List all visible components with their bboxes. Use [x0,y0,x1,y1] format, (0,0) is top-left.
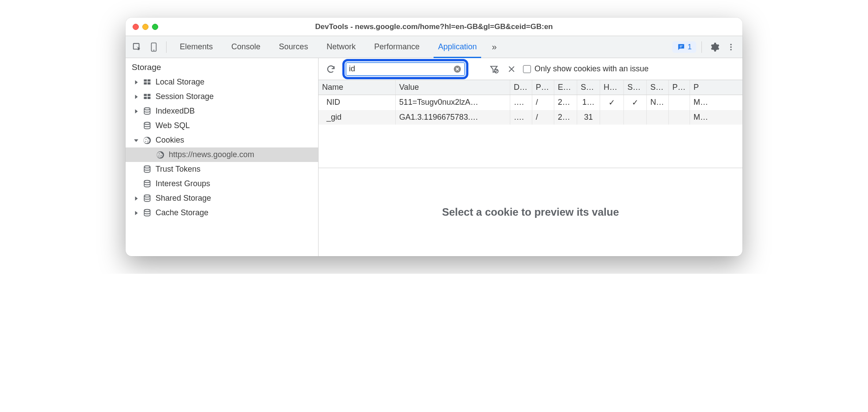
refresh-button[interactable] [325,63,337,75]
cell-secure [624,110,647,125]
refresh-icon [326,64,336,74]
col-samesite[interactable]: S… [647,80,669,95]
sidebar-item-trust-tokens[interactable]: Trust Tokens [126,162,318,177]
sidebar-item-label: Shared Storage [156,194,211,203]
table-row[interactable]: NID511=Tsugv0nux2lzA……./2…1…✓✓N…M… [319,95,742,110]
sidebar-item-label: Trust Tokens [156,165,200,174]
svg-point-5 [730,44,731,45]
cookies-toolbar: Only show cookies with an issue [319,58,742,80]
col-domain[interactable]: D… [510,80,532,95]
svg-point-27 [144,180,150,182]
sidebar: Storage Local StorageSession StorageInde… [126,58,319,256]
svg-point-6 [730,46,731,48]
sidebar-item-label: Session Storage [156,92,214,101]
col-priority[interactable]: P [690,80,712,95]
cell-httponly [600,110,624,125]
clear-icon [453,65,462,74]
more-menu-button[interactable] [724,40,738,54]
cell-name: _gid [319,110,396,125]
titlebar: DevTools - news.google.com/home?hl=en-GB… [126,18,742,36]
sidebar-item-label: Cookies [156,136,184,145]
maximize-window-button[interactable] [152,24,158,30]
filter-input[interactable] [349,64,453,74]
col-size[interactable]: S… [577,80,600,95]
sidebar-item-interest-groups[interactable]: Interest Groups [126,177,318,191]
filter-highlight [342,59,468,79]
col-name[interactable]: Name [319,80,396,95]
svg-rect-10 [144,82,147,85]
minimize-window-button[interactable] [142,24,148,30]
cookie-preview-empty: Select a cookie to preview its value [319,168,742,256]
only-issues-label: Only show cookies with an issue [534,64,649,74]
svg-point-24 [161,155,162,156]
tab-application[interactable]: Application [430,36,485,58]
inspect-element-icon[interactable] [130,40,144,54]
svg-point-16 [144,107,150,110]
content: Storage Local StorageSession StorageInde… [126,58,742,256]
tab-performance[interactable]: Performance [366,36,427,58]
clear-filter-button[interactable] [453,65,462,74]
close-window-button[interactable] [133,24,139,30]
cell-priority: M… [690,95,712,110]
sidebar-item-web-sql[interactable]: Web SQL [126,118,318,133]
devtools-window: DevTools - news.google.com/home?hl=en-GB… [126,18,742,256]
only-issues-checkbox[interactable]: Only show cookies with an issue [523,64,649,74]
svg-rect-9 [148,79,151,81]
cell-priority: M… [690,110,712,125]
sidebar-item-https-news-google-com[interactable]: https://news.google.com [126,147,318,162]
col-httponly[interactable]: H… [600,80,624,95]
cookies-panel: Only show cookies with an issue Name Val… [319,58,742,256]
sidebar-item-shared-storage[interactable]: Shared Storage [126,191,318,206]
sidebar-item-cache-storage[interactable]: Cache Storage [126,206,318,220]
cell-size: 1… [577,95,600,110]
table-header-row: Name Value D… P… E… S… H… S… S… P… P [319,80,742,95]
cell-samesite: N… [647,95,669,110]
filter-box [346,63,465,76]
tab-console[interactable]: Console [223,36,268,58]
svg-point-29 [144,209,150,211]
svg-point-21 [147,142,148,143]
svg-rect-14 [144,97,147,99]
col-path[interactable]: P… [532,80,554,95]
table-row[interactable]: _gidGA1.3.1196675783.……./2…31M… [319,110,742,125]
sidebar-item-indexeddb[interactable]: IndexedDB [126,104,318,118]
svg-point-28 [144,195,150,197]
settings-button[interactable] [707,40,721,54]
clear-all-button[interactable] [505,63,518,75]
checkbox-icon [523,65,531,73]
sidebar-item-local-storage[interactable]: Local Storage [126,75,318,89]
svg-rect-15 [148,97,151,99]
tabs-overflow-button[interactable]: » [487,36,500,58]
sidebar-item-session-storage[interactable]: Session Storage [126,89,318,104]
cell-partition [669,110,690,125]
tab-elements[interactable]: Elements [172,36,221,58]
sidebar-item-label: https://news.google.com [169,150,254,159]
issues-badge[interactable]: 1 [672,41,696,53]
clear-filter-funnel-button[interactable] [488,63,500,75]
cell-httponly: ✓ [600,95,624,110]
svg-point-20 [148,140,148,141]
tab-network[interactable]: Network [319,36,364,58]
tabbar: Elements Console Sources Network Perform… [126,36,742,58]
svg-point-23 [159,155,160,156]
svg-rect-8 [144,79,147,81]
sidebar-item-label: Local Storage [156,77,204,87]
col-expires[interactable]: E… [554,80,577,95]
cell-name: NID [319,95,396,110]
col-secure[interactable]: S… [624,80,647,95]
device-toolbar-icon[interactable] [147,40,161,54]
tab-sources[interactable]: Sources [271,36,316,58]
separator [166,41,167,53]
traffic-lights [133,24,158,30]
cell-secure: ✓ [624,95,647,110]
window-title: DevTools - news.google.com/home?hl=en-GB… [126,22,742,31]
cell-expires: 2… [554,110,577,125]
svg-point-18 [145,139,146,140]
col-value[interactable]: Value [396,80,510,95]
col-partitionkey[interactable]: P… [669,80,690,95]
sidebar-item-label: IndexedDB [156,107,195,116]
svg-point-22 [159,153,160,154]
sidebar-item-cookies[interactable]: Cookies [126,133,318,147]
issues-count: 1 [688,43,692,52]
svg-rect-12 [144,94,147,96]
